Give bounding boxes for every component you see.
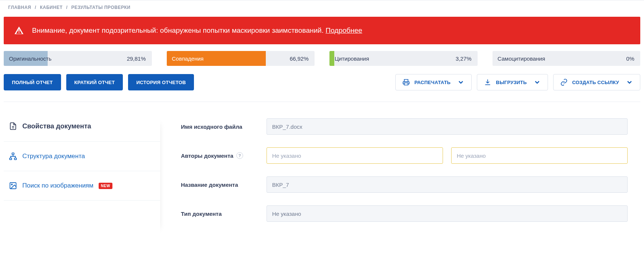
- svg-point-4: [11, 184, 12, 185]
- breadcrumb-home[interactable]: ГЛАВНАЯ: [8, 5, 31, 10]
- breadcrumb: ГЛАВНАЯ / КАБИНЕТ / РЕЗУЛЬТАТЫ ПРОВЕРКИ: [0, 0, 644, 15]
- breadcrumb-cabinet[interactable]: КАБИНЕТ: [40, 5, 63, 10]
- stat-originality-value: 29,81%: [127, 55, 152, 62]
- side-nav-structure[interactable]: Структура документа: [4, 142, 160, 171]
- structure-icon: [9, 152, 17, 160]
- stat-selfcite-label: Самоцитирования: [492, 55, 545, 62]
- link-icon: [560, 79, 568, 86]
- stat-matches: Совпадения 66,92%: [167, 51, 315, 66]
- new-badge: NEW: [99, 183, 112, 189]
- side-props-title: Свойства документа: [22, 122, 91, 130]
- short-report-button[interactable]: КРАТКИЙ ОТЧЕТ: [66, 74, 123, 90]
- export-label: ВЫГРУЗИТЬ: [496, 80, 527, 85]
- side-image-search-label: Поиск по изображениям: [22, 182, 93, 189]
- stat-citations: Цитирования 3,27%: [329, 51, 478, 66]
- document-properties-form: Имя исходного файла Авторы документа ? Н…: [160, 118, 640, 234]
- share-link-button[interactable]: СОЗДАТЬ ССЫЛКУ: [553, 74, 640, 90]
- stat-originality: Оригинальность 29,81%: [4, 51, 152, 66]
- stat-citations-label: Цитирования: [329, 55, 369, 62]
- svg-rect-0: [12, 153, 14, 155]
- image-icon: [9, 182, 17, 190]
- side-nav-properties[interactable]: Свойства документа: [4, 118, 160, 142]
- chevron-down-icon: [626, 79, 633, 86]
- author-lastname-input[interactable]: [267, 147, 443, 164]
- print-label: РАСПЕЧАТАТЬ: [414, 80, 450, 85]
- alert-triangle-icon: [14, 26, 24, 35]
- export-button[interactable]: ВЫГРУЗИТЬ: [477, 74, 548, 90]
- alert-more-link[interactable]: Подробнее: [326, 26, 363, 34]
- alert-text: Внимание, документ подозрительный: обнар…: [32, 26, 326, 34]
- help-icon[interactable]: ?: [236, 152, 243, 159]
- stat-selfcite-value: 0%: [626, 55, 640, 62]
- author-firstname-input[interactable]: [451, 147, 628, 164]
- stat-originality-label: Оригинальность: [4, 55, 51, 62]
- breadcrumb-current: РЕЗУЛЬТАТЫ ПРОВЕРКИ: [71, 5, 131, 10]
- full-report-button[interactable]: ПОЛНЫЙ ОТЧЕТ: [4, 74, 61, 90]
- authors-label: Авторы документа: [181, 153, 233, 159]
- doc-name-input[interactable]: [267, 176, 628, 193]
- stat-citations-value: 3,27%: [456, 55, 478, 62]
- stat-selfcite: Самоцитирования 0%: [492, 51, 641, 66]
- chevron-down-icon: [457, 79, 465, 86]
- chevron-down-icon: [533, 79, 541, 86]
- share-label: СОЗДАТЬ ССЫЛКУ: [572, 80, 619, 85]
- svg-rect-2: [15, 158, 16, 160]
- svg-rect-1: [10, 158, 12, 160]
- print-button[interactable]: РАСПЕЧАТАТЬ: [395, 74, 472, 90]
- side-nav-image-search[interactable]: Поиск по изображениям NEW: [4, 171, 160, 201]
- stat-matches-value: 66,92%: [290, 55, 315, 62]
- doc-type-label: Тип документа: [181, 211, 267, 217]
- source-filename-input[interactable]: [267, 118, 628, 135]
- printer-icon: [402, 79, 410, 86]
- warning-banner: Внимание, документ подозрительный: обнар…: [4, 17, 640, 44]
- doc-name-label: Название документа: [181, 182, 267, 188]
- side-nav: Свойства документа Структура документа П…: [4, 118, 160, 234]
- history-button[interactable]: ИСТОРИЯ ОТЧЕТОВ: [128, 74, 194, 90]
- side-structure-label: Структура документа: [22, 153, 85, 160]
- source-filename-label: Имя исходного файла: [181, 124, 267, 130]
- document-icon: [9, 122, 17, 130]
- download-icon: [484, 79, 491, 86]
- breadcrumb-sep: /: [64, 5, 70, 10]
- stats-row: Оригинальность 29,81% Совпадения 66,92% …: [4, 51, 640, 66]
- stat-matches-label: Совпадения: [167, 55, 204, 62]
- breadcrumb-sep: /: [33, 5, 39, 10]
- actions-row: ПОЛНЫЙ ОТЧЕТ КРАТКИЙ ОТЧЕТ ИСТОРИЯ ОТЧЕТ…: [4, 74, 640, 102]
- doc-type-input[interactable]: [267, 205, 628, 222]
